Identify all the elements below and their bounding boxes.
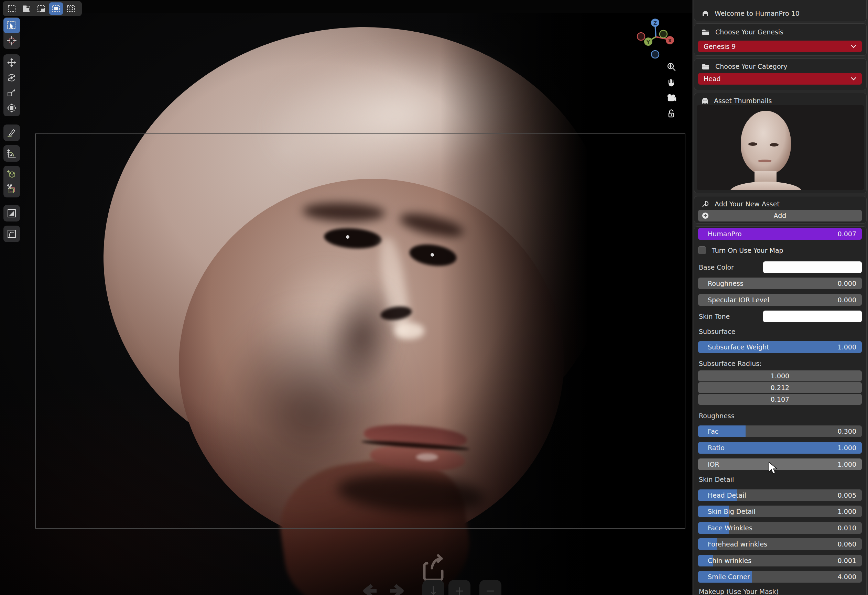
select-mode-invert[interactable] [49, 2, 63, 15]
humanpro-sidebar: Welcome to HumanPro 10 Choose Your Genes… [692, 0, 868, 595]
genesis-dropdown[interactable]: Genesis 9 [698, 41, 862, 52]
slider-label: Specular IOR Level [708, 296, 769, 304]
slider-value: 1.000 [838, 343, 856, 351]
slider-ior[interactable]: IOR 1.000 [698, 458, 862, 470]
slider-label: Subsurface Weight [708, 343, 769, 351]
radius-value: 0.212 [771, 384, 789, 391]
navigation-gizmo[interactable]: Z Y X [632, 15, 683, 63]
select-mode-subtract[interactable] [34, 2, 48, 15]
gizmo-neg-x-axis [637, 32, 645, 40]
gizmo-neg-z-axis [651, 50, 659, 58]
tool-measure[interactable] [3, 146, 20, 161]
skin-detail-label: Skin Detail [699, 475, 734, 484]
slider-label: Skin Big Detail [708, 508, 756, 515]
radius-value: 1.000 [771, 372, 789, 380]
add-asset-header[interactable]: Add Your New Asset [701, 198, 779, 210]
category-header[interactable]: Choose Your Category [701, 61, 788, 72]
slider-value: 0.010 [838, 524, 856, 532]
tool-box-select[interactable] [3, 18, 20, 33]
redo-arrow-icon[interactable] [385, 580, 409, 595]
share-icon[interactable] [422, 553, 447, 583]
thumb-mouth [758, 159, 772, 162]
slider-value: 1.000 [838, 508, 856, 515]
add-asset-header-label: Add Your New Asset [714, 200, 779, 208]
select-mode-intersect[interactable] [64, 2, 78, 15]
slider-value: 1.000 [838, 461, 856, 468]
slider-label: Ratio [708, 444, 725, 452]
lock-open-icon[interactable] [664, 106, 678, 120]
radius-field-y[interactable]: 0.212 [698, 382, 862, 393]
thumb-eye [770, 143, 779, 146]
slider-specular-ior[interactable]: Specular IOR Level 0.000 [698, 294, 862, 306]
base-color-swatch[interactable] [763, 261, 862, 273]
slider-value: 0.000 [838, 280, 856, 287]
camera-frame [35, 133, 685, 529]
select-mode-bar [3, 1, 82, 16]
category-dropdown-value: Head [704, 75, 721, 83]
tool-rotate[interactable] [3, 70, 20, 85]
slider-chin-wrinkles[interactable]: Chin wrinkles 0.001 [698, 555, 862, 567]
folder-icon [701, 63, 710, 69]
tool-move[interactable] [3, 55, 20, 70]
slider-roughness[interactable]: Roughness 0.000 [698, 278, 862, 289]
slider-label: Face Wrinkles [708, 524, 753, 532]
thumbnails-header[interactable]: Asset Thumbnails [701, 95, 772, 106]
slider-label: Smile Corner [708, 573, 750, 580]
slider-label: HumanPro [708, 230, 742, 238]
slider-subsurface-weight[interactable]: Subsurface Weight 1.000 [698, 341, 862, 353]
thumb-head [741, 111, 791, 175]
category-dropdown[interactable]: Head [698, 73, 862, 85]
ghost-icon [701, 97, 709, 104]
tool-transform[interactable] [3, 100, 20, 115]
tool-scale[interactable] [3, 85, 20, 100]
skin-tone-swatch[interactable] [763, 310, 862, 322]
slider-label: Fac [708, 428, 718, 435]
slider-forehead-wrinkles[interactable]: Forehead wrinkles 0.060 [698, 538, 862, 550]
pan-hand-icon[interactable] [664, 76, 678, 89]
subsurface-radius-label: Subsurface Radius: [699, 359, 762, 368]
add-icon[interactable]: + [449, 580, 471, 595]
gizmo-z-label: Z [653, 20, 657, 26]
slider-value: 4.000 [838, 573, 856, 580]
mouse-cursor [768, 462, 779, 475]
radius-field-x[interactable]: 1.000 [698, 371, 862, 381]
thumb-eye [748, 142, 757, 146]
select-mode-extend[interactable] [19, 2, 33, 15]
camera-view-icon[interactable] [664, 91, 678, 105]
select-mode-set[interactable] [5, 2, 19, 15]
blender-window: Z Y X [0, 0, 868, 595]
thumb-shoulders [730, 182, 802, 190]
slider-smile-corner[interactable]: Smile Corner 4.000 [698, 571, 862, 583]
undo-arrow-icon[interactable] [358, 580, 382, 595]
slider-face-wrinkles[interactable]: Face Wrinkles 0.010 [698, 522, 862, 534]
makeup-label: Makeup (Use Your Mask) [699, 587, 779, 595]
slider-humanpro[interactable]: HumanPro 0.007 [698, 228, 862, 240]
slider-ratio[interactable]: Ratio 1.000 [698, 442, 862, 454]
base-color-label: Base Color [699, 263, 734, 272]
slider-value: 0.001 [838, 557, 856, 564]
slider-value: 1.000 [838, 444, 856, 452]
category-header-label: Choose Your Category [715, 63, 788, 70]
use-map-label: Turn On Use Your Map [712, 246, 783, 254]
tool-corner-pin[interactable] [3, 226, 20, 241]
slider-skin-big-detail[interactable]: Skin Big Detail 1.000 [698, 506, 862, 517]
3d-viewport[interactable]: Z Y X [0, 0, 692, 595]
use-map-checkbox[interactable] [698, 246, 706, 254]
zoom-icon[interactable] [664, 60, 678, 74]
remove-icon[interactable]: − [480, 580, 501, 595]
radius-field-z[interactable]: 0.107 [698, 394, 862, 405]
slider-head-detail[interactable]: Head Detail 0.005 [698, 489, 862, 501]
download-icon[interactable]: ↓ [422, 580, 444, 595]
tool-cursor[interactable] [3, 33, 20, 48]
tool-annotate[interactable] [3, 125, 20, 140]
tool-mask[interactable] [3, 206, 20, 221]
tool-cut-duplicate[interactable] [3, 182, 20, 197]
asset-thumbnail[interactable] [697, 105, 864, 190]
genesis-header[interactable]: Choose Your Genesis [701, 26, 783, 38]
slider-value: 0.005 [838, 492, 856, 499]
add-button[interactable]: Add [698, 210, 862, 221]
slider-fac[interactable]: Fac 0.300 [698, 425, 862, 437]
tool-add-cube[interactable] [3, 167, 20, 182]
welcome-header[interactable]: Welcome to HumanPro 10 [701, 7, 800, 19]
viewport-header [0, 0, 805, 13]
